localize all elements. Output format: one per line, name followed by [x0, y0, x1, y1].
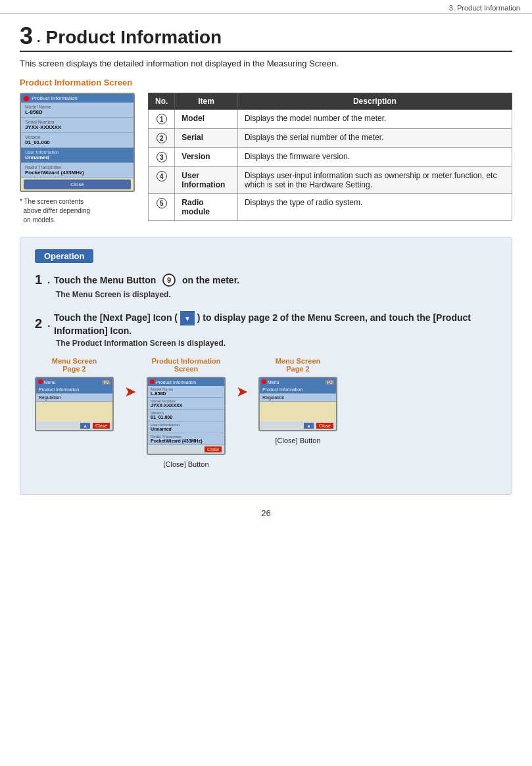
- screen-header-title: Product Information: [32, 95, 78, 101]
- intro-text: This screen displays the detailed inform…: [20, 59, 512, 68]
- chapter-number: 3: [20, 24, 33, 48]
- table-desc-cell: Displays the model number of the meter.: [237, 110, 512, 129]
- sm-row-reg-right: Regulation: [260, 394, 336, 402]
- sm-close-row-product: Close: [148, 445, 224, 454]
- row5-label: Radio Transmitter: [25, 165, 130, 170]
- row-number-badge: 1: [157, 114, 167, 124]
- sm-row-p3: Version 01_01.000: [148, 410, 224, 421]
- screen-block-menu-right: Menu ScreenPage 2 Menu P2 Product Inform…: [258, 357, 337, 444]
- sm-up-button-right[interactable]: ▲: [304, 423, 314, 429]
- red-dot-product: [150, 379, 155, 384]
- col-desc: Description: [237, 93, 512, 110]
- page-number: 26: [20, 508, 512, 518]
- screen-header: Product Information: [21, 94, 133, 103]
- circle-9-icon: 9: [162, 274, 176, 287]
- p2-badge-right: P2: [326, 380, 334, 385]
- sm-close-button-product[interactable]: Close: [205, 446, 222, 452]
- arrow-right-1: ➤: [124, 383, 136, 400]
- table-item-cell: Model: [175, 110, 238, 129]
- screen-block-menu-left: Menu ScreenPage 2 Menu P2 Product Inform…: [35, 357, 114, 431]
- sm-row-reg-label-right: Regulation: [262, 395, 333, 400]
- sm-row-reg-left: Regulation: [36, 394, 112, 402]
- row3-value: 01_01.000: [25, 139, 130, 145]
- step-1-text-after: on the meter.: [180, 275, 239, 285]
- row-number-badge: 4: [157, 171, 167, 181]
- sm-close-button-left[interactable]: Close: [93, 423, 110, 429]
- step-1-subtext: The Menu Screen is displayed.: [56, 290, 497, 299]
- row2-label: Serial Number: [25, 120, 130, 124]
- table-item-cell: User Information: [175, 167, 238, 194]
- sm-header-left: Menu P2: [36, 378, 112, 386]
- table-row: 1: [149, 110, 175, 129]
- sm-row-prod-label: Product Information: [39, 387, 110, 392]
- sm-screen-menu-left: Menu P2 Product Information Regulation ▲: [35, 377, 114, 431]
- screen-row-2: Serial Number JYXX-XXXXXX 2: [21, 118, 133, 133]
- step-2-heading: 2 . Touch the [Next Page] Icon ( ▼ ) to …: [35, 311, 497, 336]
- row1-label: Model Name: [25, 105, 130, 109]
- operation-section: Operation 1 . Touch the Menu Button 9 on…: [20, 237, 512, 495]
- row4-value: Unnamed: [25, 155, 130, 160]
- table-item-cell: Version: [175, 148, 238, 167]
- col-item: Item: [175, 93, 238, 110]
- step-1-text-before: Touch the Menu Button: [54, 275, 158, 285]
- screen-caption-right: [Close] Button: [275, 437, 320, 444]
- screen-row-3: Version 01_01.000 3: [21, 133, 133, 148]
- row1-value: L-858D: [25, 109, 130, 115]
- sm-row-p4: User Information Unnamed: [148, 421, 224, 433]
- sm-row-prod-left: Product Information: [36, 386, 112, 394]
- screen-note: * The screen contents above differ depen…: [20, 197, 135, 225]
- col-no: No.: [149, 93, 175, 110]
- top-area: Product Information Model Name L-858D 1 …: [20, 93, 512, 225]
- step-1-dot: .: [47, 275, 50, 285]
- sm-screen-menu-right: Menu P2 Product Information Regulation ▲: [258, 377, 337, 431]
- sm-header-product: Product Information: [148, 378, 224, 386]
- sm-close-row-right: ▲ Close: [260, 421, 336, 430]
- sm-close-button-right[interactable]: Close: [316, 423, 333, 429]
- screen-label-menu-right: Menu ScreenPage 2: [276, 357, 320, 373]
- table-row: 4: [149, 167, 175, 194]
- step-2: 2 . Touch the [Next Page] Icon ( ▼ ) to …: [35, 311, 497, 468]
- sm-screen-product: Product Information Model Name L-858D Se…: [147, 377, 226, 455]
- sm-up-button-left[interactable]: ▲: [80, 423, 90, 429]
- row-number-badge: 5: [157, 198, 167, 208]
- step-1-number: 1: [35, 272, 42, 287]
- screen-rows-container: Model Name L-858D 1 Serial Number JYXX-X…: [21, 103, 133, 178]
- step-2-dot: .: [47, 318, 50, 329]
- step-1: 1 . Touch the Menu Button 9 on the meter…: [35, 272, 497, 299]
- sm-header-right: Menu P2: [260, 378, 336, 386]
- sm-row-p5: Radio Transmitter PocketWizard (433MHz): [148, 433, 224, 445]
- table-item-cell: Radio module: [175, 194, 238, 221]
- sm-row-p2: Serial Number JYXX-XXXXXX: [148, 398, 224, 410]
- section-label: Product Information Screen: [20, 78, 512, 87]
- screen-caption-product: [Close] Button: [163, 460, 208, 468]
- sm-row-reg-label: Regulation: [39, 395, 110, 400]
- screen-close-button[interactable]: Close: [24, 180, 131, 189]
- screen-block-product: Product InformationScreen Product Inform…: [147, 357, 226, 468]
- screen-row-5: Radio Transmitter PocketWizard (433MHz) …: [21, 163, 133, 178]
- sm-close-row-left: ▲ Close: [36, 421, 112, 430]
- sm-row-prod-label-right: Product Information: [262, 387, 333, 392]
- table-desc-cell: Displays user-input information such as …: [237, 167, 512, 194]
- breadcrumb: 3. Product Information: [0, 0, 532, 14]
- chapter-dot: .: [37, 27, 41, 48]
- screen-label-menu-left: Menu ScreenPage 2: [52, 357, 97, 373]
- row5-value: PocketWizard (433MHz): [25, 170, 130, 176]
- row-number-badge: 3: [157, 152, 167, 162]
- sm-empty-right: [260, 402, 336, 421]
- table-desc-cell: Displays the firmware version.: [237, 148, 512, 167]
- red-dot-right: [262, 379, 266, 384]
- step-2-number: 2: [35, 316, 42, 331]
- chapter-heading: 3 . Product Information: [20, 24, 512, 52]
- p2-badge-left: P2: [102, 380, 110, 385]
- screens-row: Menu ScreenPage 2 Menu P2 Product Inform…: [35, 357, 497, 468]
- red-dot-icon: [24, 96, 29, 101]
- step-1-heading: 1 . Touch the Menu Button 9 on the meter…: [35, 272, 497, 287]
- table-item-cell: Serial: [175, 129, 238, 148]
- chapter-title: Product Information: [46, 28, 222, 48]
- row2-value: JYXX-XXXXXX: [25, 124, 130, 130]
- sm-empty-left: [36, 402, 112, 421]
- device-screen-block: Product Information Model Name L-858D 1 …: [20, 93, 135, 225]
- next-page-icon: ▼: [180, 311, 195, 325]
- info-table: No. Item Description 1ModelDisplays the …: [148, 93, 512, 221]
- step-2-text: Touch the [Next Page] Icon ( ▼ ) to disp…: [54, 311, 497, 336]
